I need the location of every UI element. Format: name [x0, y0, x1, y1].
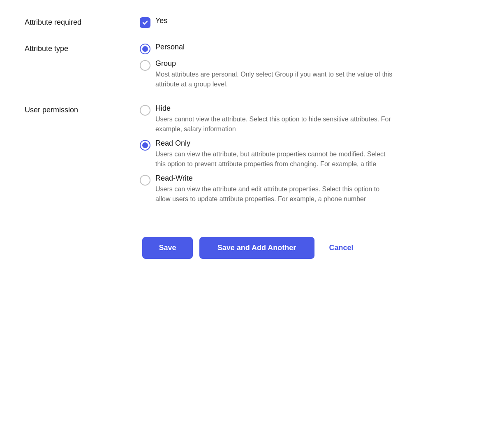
- attribute-required-label: Attribute required: [25, 16, 140, 27]
- cancel-button[interactable]: Cancel: [321, 237, 362, 259]
- user-permission-readwrite-description: Users can view the attribute and edit at…: [155, 184, 394, 204]
- user-permission-readwrite-option[interactable]: Read-Write Users can view the attribute …: [140, 174, 479, 204]
- user-permission-section: User permission Hide Users cannot view t…: [25, 104, 479, 204]
- user-permission-hide-description: Users cannot view the attribute. Select …: [155, 114, 394, 134]
- user-permission-label: User permission: [25, 104, 140, 114]
- user-permission-readonly-content: Read Only Users can view the attribute, …: [155, 139, 394, 169]
- user-permission-readonly-label: Read Only: [155, 139, 394, 148]
- user-permission-readwrite-label: Read-Write: [155, 174, 394, 183]
- attribute-required-yes-option[interactable]: Yes: [140, 16, 479, 28]
- attribute-required-yes-content: Yes: [155, 16, 167, 25]
- attribute-required-section: Attribute required Yes: [25, 16, 479, 28]
- user-permission-hide-label: Hide: [155, 104, 394, 113]
- user-permission-readonly-option[interactable]: Read Only Users can view the attribute, …: [140, 139, 479, 169]
- attribute-type-personal-label: Personal: [155, 43, 185, 51]
- save-and-add-another-button[interactable]: Save and Add Another: [199, 237, 314, 259]
- footer-buttons: Save Save and Add Another Cancel: [25, 229, 479, 259]
- user-permission-readwrite-radio[interactable]: [140, 175, 150, 186]
- attribute-type-label: Attribute type: [25, 43, 140, 53]
- user-permission-controls: Hide Users cannot view the attribute. Se…: [140, 104, 479, 204]
- user-permission-hide-option[interactable]: Hide Users cannot view the attribute. Se…: [140, 104, 479, 134]
- user-permission-readwrite-content: Read-Write Users can view the attribute …: [155, 174, 394, 204]
- attribute-type-group-content: Group Most attributes are personal. Only…: [155, 59, 394, 89]
- user-permission-hide-content: Hide Users cannot view the attribute. Se…: [155, 104, 394, 134]
- attribute-type-personal-radio[interactable]: [140, 44, 150, 54]
- attribute-type-group-option[interactable]: Group Most attributes are personal. Only…: [140, 59, 479, 89]
- attribute-required-controls: Yes: [140, 16, 479, 28]
- attribute-type-personal-option[interactable]: Personal: [140, 43, 479, 54]
- attribute-required-yes-checkbox[interactable]: [140, 17, 150, 28]
- user-permission-readonly-radio[interactable]: [140, 140, 150, 151]
- save-button[interactable]: Save: [142, 237, 192, 259]
- attribute-required-yes-label: Yes: [155, 16, 167, 25]
- attribute-type-section: Attribute type Personal Group Most attri…: [25, 43, 479, 89]
- user-permission-hide-radio[interactable]: [140, 105, 150, 116]
- attribute-type-controls: Personal Group Most attributes are perso…: [140, 43, 479, 89]
- user-permission-readonly-description: Users can view the attribute, but attrib…: [155, 149, 394, 169]
- attribute-type-group-radio[interactable]: [140, 60, 150, 71]
- attribute-type-personal-content: Personal: [155, 43, 185, 51]
- attribute-type-group-label: Group: [155, 59, 394, 68]
- attribute-type-group-description: Most attributes are personal. Only selec…: [155, 70, 394, 89]
